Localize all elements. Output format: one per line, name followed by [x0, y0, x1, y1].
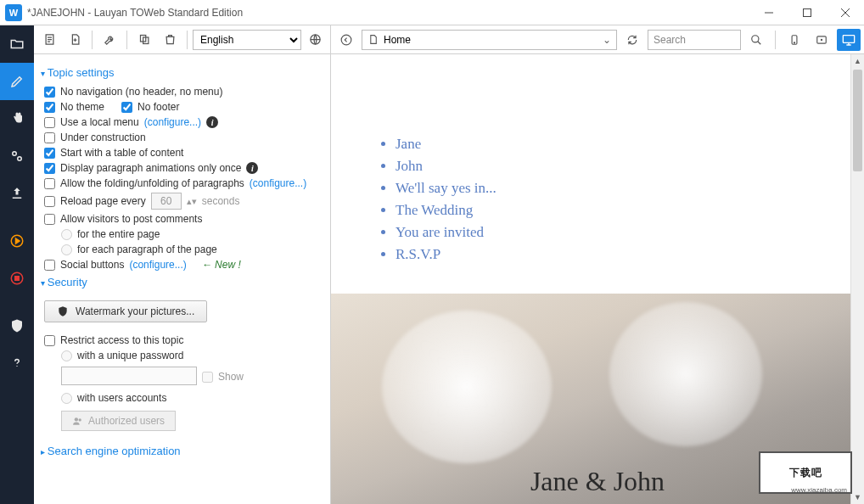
scrollbar-thumb[interactable]	[853, 70, 862, 171]
section-seo[interactable]: Search engine optimization	[41, 445, 322, 457]
language-select[interactable]: English	[193, 30, 301, 50]
new-badge: ← New !	[202, 259, 241, 271]
svg-point-13	[752, 35, 759, 42]
chk-comments[interactable]	[44, 214, 55, 225]
chk-show-password[interactable]	[202, 372, 213, 383]
users-icon	[72, 416, 83, 427]
svg-point-1	[13, 152, 17, 156]
svg-point-12	[341, 35, 351, 45]
minimize-button[interactable]	[749, 0, 788, 25]
chk-folding[interactable]	[44, 178, 55, 189]
source-watermark: 下载吧 www.xiazaiba.com	[759, 451, 852, 494]
settings-panel: English Topic settings No navigation (no…	[34, 25, 331, 504]
info-icon[interactable]: i	[246, 162, 258, 174]
chk-reload[interactable]	[44, 196, 55, 207]
svg-point-11	[79, 418, 81, 421]
chk-local-menu[interactable]	[44, 117, 55, 128]
password-input[interactable]	[61, 367, 197, 385]
window-title: *JANEJOHN - Lauyan TOWeb Standard Editio…	[27, 7, 749, 19]
toc-item[interactable]: We'll say yes in...	[396, 180, 864, 197]
page-icon	[367, 34, 379, 45]
svg-point-15	[794, 42, 794, 42]
refresh-button[interactable]	[620, 29, 644, 51]
preview-body: Jane John We'll say yes in... The Weddin…	[331, 54, 864, 504]
chk-no-navigation[interactable]	[44, 87, 55, 98]
link-folding-configure[interactable]: (configure...)	[250, 177, 306, 189]
shield-icon	[57, 305, 69, 317]
chevron-down-icon: ⌄	[603, 34, 611, 46]
sidebar-edit-button[interactable]	[0, 63, 34, 100]
wrench-button[interactable]	[98, 29, 121, 51]
window-titlebar: W *JANEJOHN - Lauyan TOWeb Standard Edit…	[0, 0, 864, 25]
section-topic-settings[interactable]: Topic settings	[41, 66, 322, 79]
preview-toolbar: Home ⌄ Search	[331, 25, 864, 54]
chk-start-toc[interactable]	[44, 148, 55, 159]
new-doc-button[interactable]	[63, 29, 87, 51]
authorized-users-button[interactable]: Authorized users	[61, 411, 176, 431]
radio-unique-password[interactable]	[61, 350, 72, 361]
svg-point-10	[75, 417, 78, 421]
svg-rect-18	[843, 35, 854, 42]
radio-each-paragraph[interactable]	[61, 244, 72, 255]
chk-no-theme[interactable]	[44, 102, 55, 113]
sidebar-upload-button[interactable]	[0, 175, 34, 212]
scroll-down-button[interactable]: ▼	[851, 490, 864, 504]
sidebar-folder-button[interactable]	[0, 25, 34, 63]
desktop-view-button[interactable]	[837, 29, 861, 51]
app-icon: W	[5, 4, 22, 21]
doc-button[interactable]	[37, 29, 61, 51]
sidebar-settings-button[interactable]	[0, 137, 34, 175]
address-bar[interactable]: Home ⌄	[362, 30, 617, 50]
svg-point-17	[821, 39, 822, 40]
chk-restrict[interactable]	[44, 335, 55, 346]
tablet-view-button[interactable]	[810, 29, 833, 51]
chk-under-construction[interactable]	[44, 132, 55, 143]
chk-no-footer[interactable]	[121, 102, 132, 113]
link-social-configure[interactable]: (configure...)	[129, 259, 186, 271]
reload-interval-input[interactable]	[151, 193, 182, 210]
left-sidebar	[0, 25, 34, 504]
scroll-up-button[interactable]: ▲	[851, 54, 864, 68]
mobile-view-button[interactable]	[783, 29, 806, 51]
sidebar-help-button[interactable]	[0, 344, 34, 382]
sidebar-record-button[interactable]	[0, 260, 34, 297]
chk-social[interactable]	[44, 260, 55, 271]
radio-entire-page[interactable]	[61, 229, 72, 240]
settings-body: Topic settings No navigation (no header,…	[34, 54, 330, 504]
search-button[interactable]	[744, 29, 768, 51]
section-security[interactable]: Security	[41, 276, 322, 288]
toc-item[interactable]: John	[396, 158, 864, 175]
svg-rect-0	[803, 8, 811, 16]
hero-title: Jane & John	[530, 466, 665, 497]
search-input[interactable]: Search	[648, 30, 741, 50]
close-button[interactable]	[826, 0, 864, 25]
settings-toolbar: English	[34, 25, 330, 54]
chk-para-anim[interactable]	[44, 163, 55, 174]
trash-button[interactable]	[158, 29, 182, 51]
info-icon[interactable]: i	[206, 116, 218, 128]
preview-panel: Home ⌄ Search Jane John We'll say yes in…	[331, 25, 864, 504]
toc-item[interactable]: You are invited	[396, 224, 864, 241]
sidebar-play-button[interactable]	[0, 222, 34, 260]
preview-scrollbar[interactable]: ▲ ▼	[850, 54, 864, 504]
sidebar-grab-button[interactable]	[0, 100, 34, 137]
back-button[interactable]	[334, 29, 358, 51]
sidebar-shield-button[interactable]	[0, 307, 34, 344]
link-local-menu-configure[interactable]: (configure...)	[144, 116, 201, 128]
toc-item[interactable]: Jane	[396, 136, 864, 153]
table-of-contents: Jane John We'll say yes in... The Weddin…	[331, 54, 864, 294]
copy-button[interactable]	[132, 29, 156, 51]
globe-button[interactable]	[303, 29, 327, 51]
toc-item[interactable]: R.S.V.P	[396, 246, 864, 263]
radio-users-accounts[interactable]	[61, 393, 72, 404]
svg-rect-5	[15, 277, 20, 281]
toc-item[interactable]: The Wedding	[396, 202, 864, 219]
maximize-button[interactable]	[788, 0, 826, 25]
svg-point-2	[18, 157, 22, 161]
watermark-button[interactable]: Watermark your pictures...	[44, 300, 207, 322]
